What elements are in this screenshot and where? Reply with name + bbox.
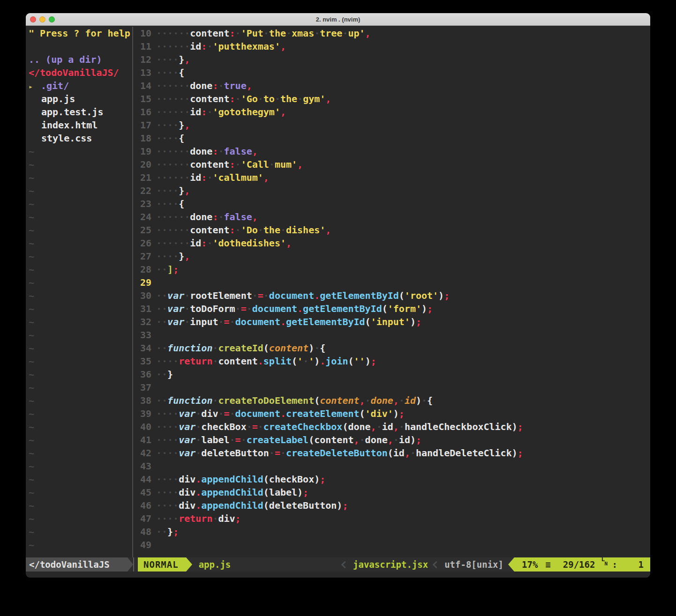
- code-token: (: [292, 356, 297, 367]
- whitespace-dots: ·: [218, 316, 224, 327]
- code-token: :: [212, 80, 218, 91]
- code-token: done: [365, 434, 388, 445]
- tree-item-.git[interactable]: ▸.git/: [26, 79, 132, 92]
- nvim-main-area: " Press ? for help .. (up a dir)</todoVa…: [26, 26, 650, 557]
- position-colon: :: [612, 557, 617, 571]
- whitespace-dots: ·: [314, 342, 320, 354]
- empty-line-tilde: ~: [26, 223, 132, 237]
- code-editor[interactable]: 10······content:·'Put·the·xmas·tree·up',…: [133, 27, 650, 557]
- code-line-content: ····},: [156, 53, 650, 66]
- empty-line-tilde: ~: [26, 538, 132, 551]
- code-token: 'div': [365, 408, 393, 419]
- code-token: content: [190, 28, 229, 39]
- code-token: .: [314, 290, 320, 301]
- line-number: 45: [133, 486, 156, 499]
- cursor-position: 29/162: [563, 557, 595, 571]
- code-line-23: 23····{: [133, 197, 650, 210]
- whitespace-dots: ······: [156, 41, 190, 52]
- whitespace-dots: ·: [184, 303, 190, 314]
- tree-item-..-up-a-dir[interactable]: .. (up a dir): [26, 53, 132, 66]
- code-token: xmas: [292, 28, 314, 39]
- code-line-32: 32··var·input·=·document.getElementById(…: [133, 315, 650, 328]
- code-line-38: 38··function·createToDoElement(content,·…: [133, 394, 650, 407]
- code-line-11: 11······id:·'putthexmas',: [133, 40, 650, 53]
- code-token: ): [314, 474, 320, 485]
- code-line-35: 35····return·content.split('·').join('')…: [133, 355, 650, 368]
- whitespace-dots: ·: [275, 93, 280, 104]
- tree-item-app.js[interactable]: app.js: [26, 92, 132, 105]
- whitespace-dots: ····: [156, 421, 179, 432]
- titlebar[interactable]: 2. nvim . (nvim): [26, 13, 650, 26]
- line-number: 27: [133, 250, 156, 263]
- whitespace-dots: ··: [156, 395, 167, 406]
- whitespace-dots: ·: [212, 513, 218, 524]
- whitespace-dots: ·: [252, 290, 258, 301]
- close-button[interactable]: [30, 16, 36, 22]
- line-number: 34: [133, 341, 156, 355]
- code-token: document: [269, 290, 314, 301]
- code-token: tree: [320, 28, 342, 39]
- code-token: ,: [325, 93, 331, 104]
- code-line-30: 30··var·rootElement·=·document.getElemen…: [133, 289, 650, 302]
- command-line[interactable]: [26, 571, 650, 578]
- whitespace-dots: ·: [235, 159, 241, 170]
- line-number: 13: [133, 66, 156, 79]
- code-token: :: [201, 41, 207, 52]
- line-number: 10: [133, 27, 156, 40]
- code-token: up': [348, 28, 365, 39]
- code-token: var: [179, 408, 195, 419]
- line-number: 31: [133, 302, 156, 315]
- line-number: 46: [133, 499, 156, 512]
- window-title: 2. nvim . (nvim): [316, 16, 361, 23]
- zoom-button[interactable]: [49, 16, 55, 22]
- code-line-content: ··function·createId(content)·{: [156, 341, 650, 355]
- separator-chevron-icon: [433, 561, 440, 568]
- mode-indicator: NORMAL: [138, 557, 186, 571]
- whitespace-dots: ·: [263, 290, 269, 301]
- code-line-34: 34··function·createId(content)·{: [133, 341, 650, 355]
- line-number: 12: [133, 53, 156, 66]
- whitespace-dots: ······: [156, 93, 190, 104]
- code-line-content: ··}: [156, 368, 650, 381]
- code-line-14: 14······done:·true,: [133, 79, 650, 92]
- code-token: ;: [416, 434, 421, 445]
- code-line-content: ······content:·'Call·mum',: [156, 158, 650, 171]
- whitespace-dots: ····: [156, 356, 179, 367]
- code-line-17: 17····},: [133, 119, 650, 132]
- code-token: to: [263, 93, 275, 104]
- minimize-button[interactable]: [39, 16, 45, 22]
- code-token: getElementById: [286, 316, 365, 327]
- code-token: .: [195, 500, 201, 511]
- code-token: (: [263, 500, 269, 511]
- code-token: (: [263, 474, 269, 485]
- nerdtree-help-hint: " Press ? for help: [26, 27, 132, 40]
- whitespace-dots: ·: [286, 28, 292, 39]
- code-token: ,: [184, 185, 190, 196]
- code-line-44: 44····div.appendChild(checkBox);: [133, 473, 650, 486]
- code-token: =: [258, 290, 263, 301]
- code-token: checkBox: [269, 474, 314, 485]
- whitespace-dots: ·: [230, 434, 235, 445]
- code-token: ,: [252, 211, 258, 223]
- expand-arrow-icon[interactable]: ▸: [29, 80, 41, 93]
- whitespace-dots: ·: [207, 41, 212, 52]
- tree-item-app.test.js[interactable]: app.test.js: [26, 105, 132, 119]
- line-number: 36: [133, 368, 156, 381]
- code-token: (: [382, 303, 388, 314]
- nerdtree-sidebar[interactable]: " Press ? for help .. (up a dir)</todoVa…: [26, 27, 133, 557]
- code-token: .: [320, 356, 325, 367]
- code-token: div: [218, 513, 235, 524]
- whitespace-dots: ····: [156, 408, 179, 419]
- code-token: ;: [342, 500, 348, 511]
- statusbar-tree-segment: </todoVanillaJS: [26, 557, 128, 571]
- code-token: }: [167, 369, 173, 380]
- code-token: content: [314, 434, 353, 445]
- lines-menu-icon: ≡: [545, 557, 550, 571]
- code-line-15: 15······content:·'Go·to·the·gym',: [133, 92, 650, 105]
- tree-item-index.html[interactable]: index.html: [26, 119, 132, 132]
- code-token: var: [167, 316, 184, 327]
- scroll-percent: 17%: [522, 557, 538, 571]
- tree-item-style.css[interactable]: style.css: [26, 132, 132, 145]
- tree-item-todoVanillaJS[interactable]: </todoVanillaJS/: [26, 66, 132, 79]
- code-token: return: [179, 356, 212, 367]
